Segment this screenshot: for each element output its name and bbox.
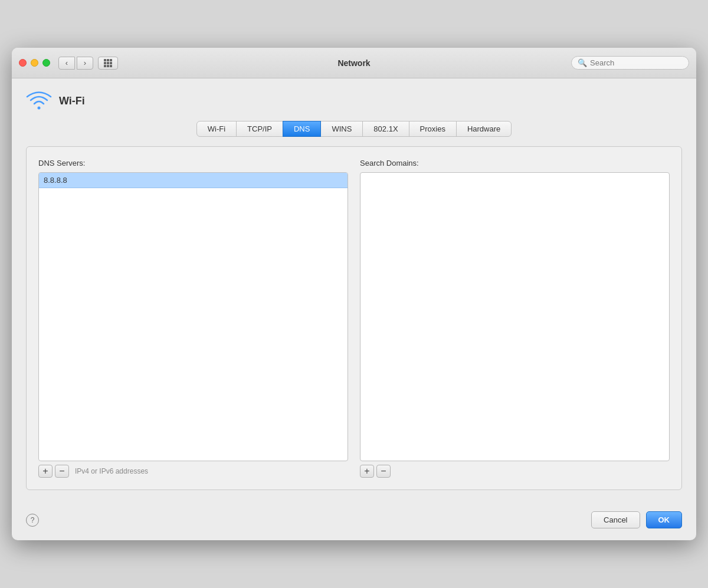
traffic-lights (19, 59, 50, 67)
dns-hint: IPv4 or IPv6 addresses (75, 467, 148, 475)
search-domains-column: Search Domains: + − (360, 159, 670, 478)
tab-wins[interactable]: WINS (320, 121, 363, 137)
wifi-title: Wi-Fi (59, 95, 85, 107)
add-domain-button[interactable]: + (360, 465, 374, 478)
dns-servers-controls: + − IPv4 or IPv6 addresses (38, 465, 348, 478)
tab-tcpip[interactable]: TCP/IP (236, 121, 283, 137)
dns-servers-column: DNS Servers: 8.8.8.8 + − IPv4 or IPv6 ad… (38, 159, 348, 478)
search-domains-controls: + − (360, 465, 670, 478)
search-icon: 🔍 (578, 58, 587, 67)
tab-proxies[interactable]: Proxies (409, 121, 457, 137)
help-button[interactable]: ? (26, 514, 39, 527)
dns-servers-label: DNS Servers: (38, 159, 348, 167)
main-content: Wi-Fi Wi-Fi TCP/IP DNS WINS 802.1X Proxi… (12, 78, 696, 502)
nav-buttons: ‹ › (58, 57, 93, 70)
search-domains-label: Search Domains: (360, 159, 670, 167)
wifi-header: Wi-Fi (26, 90, 682, 111)
dns-panel: DNS Servers: 8.8.8.8 + − IPv4 or IPv6 ad… (26, 146, 682, 490)
panel-columns: DNS Servers: 8.8.8.8 + − IPv4 or IPv6 ad… (38, 159, 670, 478)
network-window: ‹ › Network 🔍 (12, 48, 696, 540)
cancel-button[interactable]: Cancel (591, 511, 640, 528)
search-box[interactable]: 🔍 (571, 56, 689, 70)
remove-domain-button[interactable]: − (376, 465, 391, 478)
search-domains-list[interactable] (360, 172, 670, 461)
grid-icon (104, 59, 112, 67)
bottom-bar: ? Cancel OK (12, 502, 696, 540)
back-button[interactable]: ‹ (58, 57, 75, 70)
window-title: Network (337, 58, 370, 68)
tab-8021x[interactable]: 802.1X (362, 121, 409, 137)
tab-wifi[interactable]: Wi-Fi (196, 121, 237, 137)
forward-button[interactable]: › (77, 57, 93, 70)
remove-dns-button[interactable]: − (55, 465, 69, 478)
add-dns-button[interactable]: + (38, 465, 53, 478)
minimize-button[interactable] (31, 59, 38, 67)
search-input[interactable] (590, 58, 683, 67)
tab-dns[interactable]: DNS (283, 121, 321, 137)
svg-point-0 (38, 107, 41, 110)
grid-button[interactable] (98, 57, 118, 70)
wifi-icon (26, 90, 52, 111)
maximize-button[interactable] (42, 59, 50, 67)
ok-button[interactable]: OK (646, 511, 683, 528)
close-button[interactable] (19, 59, 27, 67)
dns-entry-0[interactable]: 8.8.8.8 (39, 173, 348, 188)
tab-hardware[interactable]: Hardware (456, 121, 512, 137)
dns-servers-list[interactable]: 8.8.8.8 (38, 172, 348, 461)
titlebar: ‹ › Network 🔍 (12, 48, 696, 78)
tab-bar: Wi-Fi TCP/IP DNS WINS 802.1X Proxies Har… (26, 121, 682, 137)
action-buttons: Cancel OK (591, 511, 682, 528)
